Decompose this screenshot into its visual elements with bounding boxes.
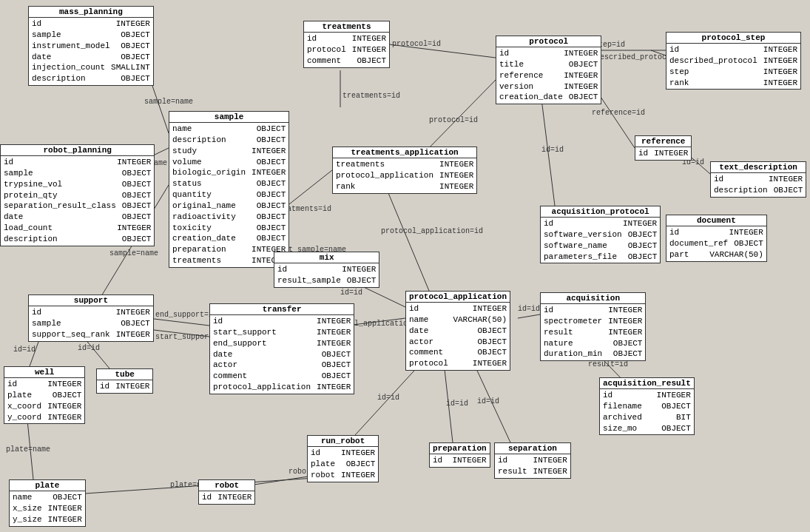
table-row: x_coordINTEGER (7, 401, 81, 412)
col-type: INTEGER (47, 401, 81, 412)
col-type: OBJECT (53, 390, 82, 401)
table-row: actorOBJECT (213, 360, 351, 371)
table-run_robot: run_robotidINTEGERplateOBJECTrobotINTEGE… (307, 435, 379, 482)
table-row: plateOBJECT (7, 390, 81, 401)
col-type: OBJECT (257, 189, 286, 201)
svg-text:id=id: id=id (541, 146, 564, 154)
table-title-document: document (666, 215, 766, 226)
col-name: id (714, 174, 723, 185)
table-row: separation_result_classOBJECT (4, 201, 151, 212)
col-type: OBJECT (122, 201, 152, 212)
table-row: idINTEGER (32, 307, 150, 318)
col-type: OBJECT (121, 30, 150, 41)
table-title-sample: sample (169, 112, 288, 123)
col-name: id (433, 455, 442, 466)
col-type: INTEGER (473, 303, 507, 314)
table-row: commentOBJECT (213, 371, 351, 382)
table-title-acquisition_protocol: acquisition_protocol (541, 206, 660, 218)
col-type: INTEGER (608, 305, 642, 316)
col-name: actor (409, 337, 433, 348)
table-row: support_seq_rankINTEGER (32, 329, 150, 340)
col-name: plate (311, 459, 335, 470)
svg-text:result=id: result=id (588, 360, 628, 368)
table-protocol_application: protocol_applicationidINTEGERnameVARCHAR… (405, 291, 510, 371)
col-name: preparation (172, 244, 226, 255)
table-row: resultINTEGER (498, 466, 567, 477)
col-type: INTEGER (623, 218, 657, 229)
col-type: INTEGER (317, 316, 351, 327)
table-protocol: protocolidINTEGERtitleOBJECTreferenceINT… (496, 36, 601, 104)
table-row: rankINTEGER (669, 78, 797, 89)
table-title-separation: separation (495, 443, 570, 454)
col-name: result_sample (277, 275, 341, 286)
svg-text:treatments=id: treatments=id (342, 92, 400, 100)
col-type: INTEGER (252, 167, 286, 178)
col-type: OBJECT (628, 229, 658, 240)
table-row: treatmentsINTEGER (172, 255, 286, 266)
col-name: volume (172, 157, 202, 168)
svg-line-46 (473, 363, 510, 442)
col-type: INTEGER (763, 55, 797, 67)
table-row: idINTEGER (638, 148, 688, 159)
table-body-document: idINTEGERdocument_refOBJECTpartVARCHAR(5… (666, 226, 766, 261)
col-type: OBJECT (122, 212, 152, 223)
col-name: plate (7, 390, 32, 401)
col-name: result (498, 466, 527, 477)
table-body-mass_planning: idINTEGERsampleOBJECTinstrument_modelOBJ… (29, 18, 153, 85)
table-title-run_robot: run_robot (308, 436, 378, 447)
col-name: document_ref (669, 238, 728, 249)
table-row: dateOBJECT (409, 326, 507, 337)
col-type: OBJECT (569, 92, 598, 103)
table-row: dateOBJECT (213, 349, 351, 360)
col-name: duration_min (544, 349, 602, 360)
col-type: VARCHAR(50) (709, 249, 763, 260)
table-row: descriptionOBJECT (4, 234, 151, 245)
col-type: INTEGER (116, 18, 150, 30)
table-row: idINTEGER (409, 303, 507, 314)
table-body-tube: idINTEGER (97, 380, 152, 393)
table-row: instrument_modelOBJECT (32, 41, 150, 52)
svg-text:reference=id: reference=id (592, 109, 645, 117)
table-row: software_nameOBJECT (544, 240, 657, 252)
col-type: OBJECT (257, 157, 286, 168)
table-row: protocol_applicationINTEGER (336, 170, 473, 181)
col-type: INTEGER (473, 358, 507, 369)
col-name: description (32, 73, 86, 84)
svg-text:id=id: id=id (477, 397, 499, 405)
svg-line-26 (422, 80, 496, 155)
table-title-robot_planning: robot_planning (1, 145, 154, 156)
table-row: idINTEGER (100, 381, 149, 392)
table-acquisition_result: acquisition_resultidINTEGERfilenameOBJEC… (599, 377, 695, 435)
col-type: INTEGER (48, 503, 82, 514)
col-type: INTEGER (729, 227, 763, 238)
table-body-robot_planning: idINTEGERsampleOBJECTtrypsine_volOBJECTp… (1, 156, 154, 246)
col-type: OBJECT (613, 349, 643, 360)
table-row: treatmentsINTEGER (336, 159, 473, 170)
table-row: natureOBJECT (544, 338, 642, 349)
table-title-acquisition_result: acquisition_result (600, 378, 694, 389)
col-name: x_coord (7, 401, 41, 412)
col-type: OBJECT (121, 73, 150, 84)
table-title-mass_planning: mass_planning (29, 7, 153, 18)
col-name: start_support (213, 327, 277, 338)
col-type: OBJECT (628, 240, 658, 252)
col-type: OBJECT (122, 179, 152, 190)
table-title-text_description: text_description (711, 162, 806, 173)
table-title-support: support (29, 295, 153, 306)
table-body-plate: nameOBJECTx_sizeINTEGERy_sizeINTEGER (10, 491, 85, 526)
col-type: INTEGER (117, 157, 151, 168)
table-row: idINTEGER (544, 218, 657, 229)
col-type: INTEGER (116, 329, 150, 340)
table-row: idINTEGER (603, 390, 691, 401)
col-name: robot (311, 470, 335, 481)
svg-text:id=id: id=id (518, 305, 540, 313)
svg-text:end_support=id: end_support=id (155, 311, 217, 319)
col-type: OBJECT (121, 41, 150, 52)
col-name: step (669, 67, 689, 78)
table-separation: separationidINTEGERresultINTEGER (494, 442, 571, 479)
table-protocol_step: protocol_stepidINTEGERdescribed_protocol… (666, 32, 801, 90)
col-name: id (307, 33, 317, 44)
svg-line-4 (377, 43, 496, 58)
table-title-plate: plate (10, 480, 85, 491)
table-row: software_versionOBJECT (544, 229, 657, 240)
